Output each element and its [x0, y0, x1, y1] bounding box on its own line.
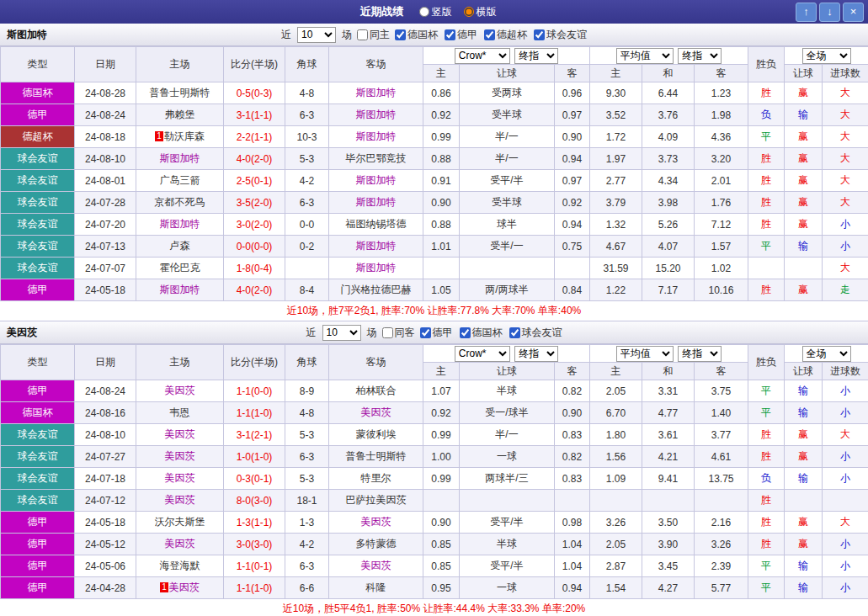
match-count-select[interactable]: 10 [297, 27, 336, 43]
home-team-cell[interactable]: 美因茨 [136, 534, 224, 555]
home-team-cell[interactable]: 沃尔夫斯堡 [136, 512, 224, 534]
score-cell[interactable]: 2-2(1-1) [224, 126, 285, 148]
away-team-cell[interactable]: 普鲁士明斯特 [329, 446, 423, 468]
league-checkbox[interactable] [484, 29, 495, 40]
away-team-cell[interactable]: 斯图加特 [329, 192, 423, 214]
score-cell[interactable]: 1-0(1-0) [224, 446, 285, 468]
away-team-cell[interactable]: 斯图加特 [329, 104, 423, 126]
avg-odds-select[interactable]: 平均值 [616, 48, 674, 64]
odds-company-select[interactable]: Crow* [455, 48, 510, 64]
scope-select[interactable]: 全场 [802, 48, 851, 64]
score-cell[interactable]: 4-0(2-0) [224, 279, 285, 301]
league-filter[interactable]: 德甲 [420, 326, 453, 340]
goals-result-cell: 大 [823, 148, 868, 170]
league-filter[interactable]: 德国杯 [395, 28, 438, 42]
home-team-cell[interactable]: 韦恩 [136, 402, 224, 424]
league-checkbox[interactable] [445, 29, 455, 40]
layout-vertical-radio[interactable] [419, 7, 429, 17]
home-team-cell[interactable]: 海登海默 [136, 555, 224, 577]
away-team-cell[interactable]: 斯图加特 [329, 82, 423, 104]
avg-stage-select[interactable]: 终指 [678, 346, 722, 362]
home-team-cell[interactable]: 斯图加特 [136, 214, 224, 236]
avg-home-cell: 4.67 [590, 236, 642, 258]
away-team-cell[interactable]: 美因茨 [329, 512, 423, 534]
league-checkbox[interactable] [420, 327, 431, 338]
away-team-cell[interactable]: 毕尔巴鄂竞技 [329, 148, 423, 170]
score-cell[interactable]: 1-1(0-0) [224, 380, 285, 402]
away-team-cell[interactable]: 福图纳锡塔德 [329, 214, 423, 236]
away-team-cell[interactable]: 巴萨拉美因茨 [329, 490, 423, 512]
layout-horizontal-option[interactable]: 横版 [464, 5, 497, 19]
same-side-filter[interactable]: 同客 [382, 326, 415, 340]
league-filter[interactable]: 德超杯 [484, 28, 527, 42]
league-filter[interactable]: 球会友谊 [534, 28, 587, 42]
away-team-cell[interactable]: 科隆 [329, 577, 423, 599]
score-cell[interactable]: 8-0(3-0) [224, 490, 285, 512]
league-filter[interactable]: 球会友谊 [509, 326, 562, 340]
score-cell[interactable]: 1-1(1-0) [224, 577, 285, 599]
score-cell[interactable]: 1-1(1-0) [224, 402, 285, 424]
home-team-cell[interactable]: 普鲁士明斯特 [136, 82, 224, 104]
league-filter[interactable]: 德甲 [445, 28, 477, 42]
home-team-cell[interactable]: 1勒沃库森 [136, 126, 224, 148]
away-team-cell[interactable]: 斯图加特 [329, 170, 423, 192]
away-team-cell[interactable]: 斯图加特 [329, 126, 423, 148]
score-cell[interactable]: 3-5(2-0) [224, 192, 285, 214]
away-team-cell[interactable]: 美因茨 [329, 555, 423, 577]
score-cell[interactable]: 0-5(0-3) [224, 82, 285, 104]
home-team-cell[interactable]: 1美因茨 [136, 577, 224, 599]
away-team-cell[interactable]: 柏林联合 [329, 380, 423, 402]
league-checkbox[interactable] [509, 327, 520, 338]
score-cell[interactable]: 3-0(3-0) [224, 534, 285, 555]
score-cell[interactable]: 0-0(0-0) [224, 236, 285, 258]
home-team-cell[interactable]: 美因茨 [136, 424, 224, 446]
odds-company-select[interactable]: Crow* [455, 346, 510, 362]
score-cell[interactable]: 3-0(2-0) [224, 214, 285, 236]
layout-vertical-option[interactable]: 竖版 [419, 5, 452, 19]
home-team-cell[interactable]: 斯图加特 [136, 279, 224, 301]
score-cell[interactable]: 4-0(2-0) [224, 148, 285, 170]
home-team-cell[interactable]: 卢森 [136, 236, 224, 258]
same-side-checkbox[interactable] [357, 29, 368, 40]
scroll-up-button[interactable]: ↑ [796, 3, 817, 22]
scroll-down-button[interactable]: ↓ [819, 3, 840, 22]
score-cell[interactable]: 3-1(2-1) [224, 424, 285, 446]
scope-select[interactable]: 全场 [802, 346, 851, 362]
odds-stage-select[interactable]: 终指 [514, 346, 558, 362]
away-team-cell[interactable]: 特里尔 [329, 468, 423, 490]
avg-stage-select[interactable]: 终指 [678, 48, 722, 64]
away-team-cell[interactable]: 蒙彼利埃 [329, 424, 423, 446]
away-team-cell[interactable]: 多特蒙德 [329, 534, 423, 555]
home-team-cell[interactable]: 美因茨 [136, 446, 224, 468]
away-team-cell[interactable]: 斯图加特 [329, 258, 423, 279]
odds-stage-select[interactable]: 终指 [514, 48, 558, 64]
score-cell[interactable]: 1-3(1-1) [224, 512, 285, 534]
home-team-cell[interactable]: 弗赖堡 [136, 104, 224, 126]
score-cell[interactable]: 0-3(0-1) [224, 468, 285, 490]
home-team-cell[interactable]: 美因茨 [136, 490, 224, 512]
league-checkbox[interactable] [395, 29, 406, 40]
home-team-cell[interactable]: 广岛三箭 [136, 170, 224, 192]
home-team-cell[interactable]: 京都不死鸟 [136, 192, 224, 214]
avg-odds-select[interactable]: 平均值 [616, 346, 674, 362]
score-cell[interactable]: 1-1(0-1) [224, 555, 285, 577]
same-side-filter[interactable]: 同主 [357, 28, 390, 42]
home-team-name: 美因茨 [165, 494, 195, 506]
away-team-cell[interactable]: 美因茨 [329, 402, 423, 424]
away-team-cell[interactable]: 门兴格拉德巴赫 [329, 279, 423, 301]
home-team-cell[interactable]: 美因茨 [136, 468, 224, 490]
match-count-select[interactable]: 10 [322, 325, 361, 341]
layout-horizontal-radio[interactable] [464, 7, 474, 17]
close-button[interactable]: × [843, 3, 864, 22]
same-side-checkbox[interactable] [382, 327, 393, 338]
league-checkbox[interactable] [460, 327, 471, 338]
score-cell[interactable]: 1-8(0-4) [224, 258, 285, 279]
score-cell[interactable]: 2-5(0-1) [224, 170, 285, 192]
home-team-cell[interactable]: 美因茨 [136, 380, 224, 402]
home-team-cell[interactable]: 霍伦巴克 [136, 258, 224, 279]
league-filter[interactable]: 德国杯 [460, 326, 503, 340]
home-team-cell[interactable]: 斯图加特 [136, 148, 224, 170]
league-checkbox[interactable] [534, 29, 545, 40]
score-cell[interactable]: 3-1(1-1) [224, 104, 285, 126]
away-team-cell[interactable]: 斯图加特 [329, 236, 423, 258]
